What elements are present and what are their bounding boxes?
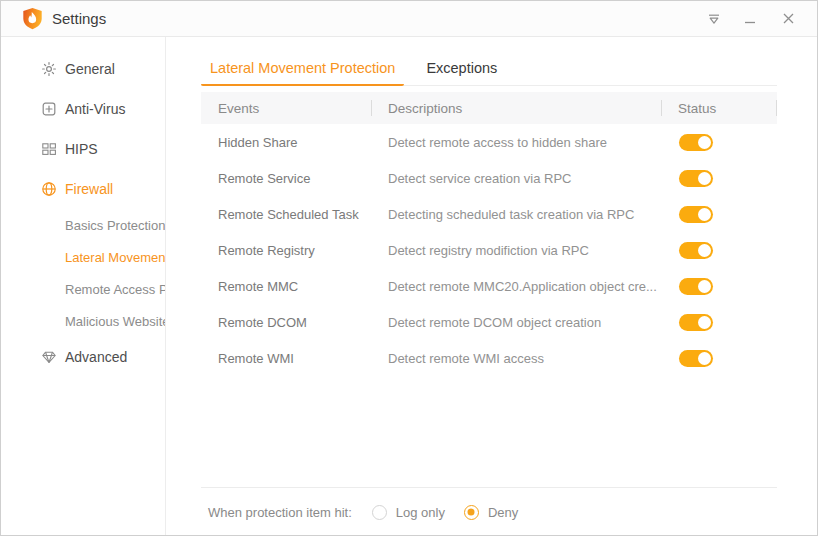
tab-label: Exceptions	[426, 60, 497, 76]
sidebar-item-label: General	[65, 61, 115, 77]
status-toggle[interactable]	[679, 206, 713, 223]
radio-label: Log only	[396, 505, 445, 520]
sidebar-subitem-basics-protection[interactable]: Basics Protection	[1, 209, 165, 241]
minimize-button[interactable]	[737, 6, 763, 32]
sidebar-subitem-label: Remote Access Pr	[65, 282, 165, 297]
status-toggle[interactable]	[679, 278, 713, 295]
sidebar-item-general[interactable]: General	[1, 49, 165, 89]
event-cell: Remote WMI	[201, 351, 371, 366]
description-cell: Detect remote DCOM object creation	[371, 315, 661, 330]
description-cell: Detect remote access to hidden share	[371, 135, 661, 150]
status-toggle[interactable]	[679, 314, 713, 331]
main-content: Lateral Movement Protection Exceptions E…	[166, 37, 817, 536]
table-row: Remote Scheduled Task Detecting schedule…	[201, 196, 777, 232]
table-row: Remote MMC Detect remote MMC20.Applicati…	[201, 268, 777, 304]
sidebar-item-anti-virus[interactable]: Anti-Virus	[1, 89, 165, 129]
dropdown-menu-icon[interactable]	[701, 6, 727, 32]
app-logo-icon	[22, 7, 43, 30]
sidebar-subitem-lateral-movement[interactable]: Lateral Movement	[1, 241, 165, 273]
table-row: Remote Registry Detect registry modifict…	[201, 232, 777, 268]
shield-plus-icon	[41, 101, 57, 117]
tab-label: Lateral Movement Protection	[210, 60, 395, 76]
table-row: Remote WMI Detect remote WMI access	[201, 340, 777, 376]
sidebar-item-label: Anti-Virus	[65, 101, 125, 117]
table-row: Remote DCOM Detect remote DCOM object cr…	[201, 304, 777, 340]
radio-circle-icon	[464, 505, 479, 520]
sidebar-item-label: Firewall	[65, 181, 113, 197]
column-header-status: Status	[661, 92, 777, 124]
toggle-knob	[698, 208, 711, 221]
radio-log-only[interactable]: Log only	[372, 505, 445, 520]
table-body: Hidden Share Detect remote access to hid…	[201, 124, 777, 376]
description-cell: Detect remote MMC20.Application object c…	[371, 279, 661, 294]
settings-window: Settings General	[0, 0, 818, 536]
column-header-events: Events	[201, 92, 371, 124]
status-toggle[interactable]	[679, 134, 713, 151]
description-cell: Detect service creation via RPC	[371, 171, 661, 186]
toggle-knob	[698, 316, 711, 329]
sidebar-item-advanced[interactable]: Advanced	[1, 337, 165, 377]
toggle-knob	[698, 352, 711, 365]
grid-icon	[41, 141, 57, 157]
sidebar-subitem-label: Basics Protection	[65, 218, 165, 233]
sidebar-item-hips[interactable]: HIPS	[1, 129, 165, 169]
toggle-knob	[698, 172, 711, 185]
sidebar-item-firewall[interactable]: Firewall	[1, 169, 165, 209]
table-row: Hidden Share Detect remote access to hid…	[201, 124, 777, 160]
status-toggle[interactable]	[679, 350, 713, 367]
tab-lateral-movement-protection[interactable]: Lateral Movement Protection	[201, 56, 404, 86]
table-header: Events Descriptions Status	[201, 92, 777, 124]
footer-action-bar: When protection item hit: Log only Deny	[201, 487, 777, 536]
close-button[interactable]	[775, 6, 801, 32]
radio-label: Deny	[488, 505, 518, 520]
sidebar-subitem-label: Lateral Movement	[65, 250, 165, 265]
status-toggle[interactable]	[679, 242, 713, 259]
status-toggle[interactable]	[679, 170, 713, 187]
description-cell: Detect remote WMI access	[371, 351, 661, 366]
sidebar-subitem-malicious-website[interactable]: Malicious Website	[1, 305, 165, 337]
sidebar-subitem-remote-access[interactable]: Remote Access Pr	[1, 273, 165, 305]
gear-icon	[41, 61, 57, 77]
column-header-descriptions: Descriptions	[371, 92, 661, 124]
sidebar-subitem-label: Malicious Website	[65, 314, 165, 329]
radio-circle-icon	[372, 505, 387, 520]
event-cell: Hidden Share	[201, 135, 371, 150]
table-row: Remote Service Detect service creation v…	[201, 160, 777, 196]
app-body: General Anti-Virus	[1, 37, 817, 536]
description-cell: Detecting scheduled task creation via RP…	[371, 207, 661, 222]
event-cell: Remote Registry	[201, 243, 371, 258]
footer-label: When protection item hit:	[208, 505, 352, 520]
tab-bar: Lateral Movement Protection Exceptions	[201, 56, 777, 86]
radio-deny[interactable]: Deny	[464, 505, 518, 520]
event-cell: Remote DCOM	[201, 315, 371, 330]
sidebar-item-label: Advanced	[65, 349, 127, 365]
tab-exceptions[interactable]: Exceptions	[417, 56, 506, 86]
event-cell: Remote Service	[201, 171, 371, 186]
event-cell: Remote Scheduled Task	[201, 207, 371, 222]
toggle-knob	[698, 244, 711, 257]
globe-icon	[41, 181, 57, 197]
event-cell: Remote MMC	[201, 279, 371, 294]
toggle-knob	[698, 280, 711, 293]
titlebar: Settings	[1, 1, 817, 37]
toggle-knob	[698, 136, 711, 149]
description-cell: Detect registry modifiction via RPC	[371, 243, 661, 258]
sidebar: General Anti-Virus	[1, 37, 166, 536]
content-spacer	[201, 376, 777, 487]
diamond-icon	[41, 349, 57, 365]
window-title: Settings	[52, 10, 106, 27]
sidebar-item-label: HIPS	[65, 141, 98, 157]
